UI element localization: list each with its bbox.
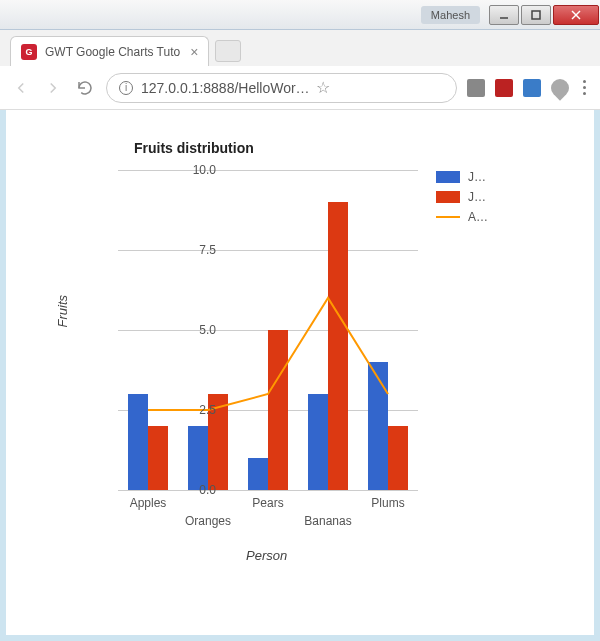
y-tick-label: 7.5 [199, 243, 216, 257]
bar[interactable] [368, 362, 388, 490]
chart: Fruits distribution Fruits Person 0.02.5… [46, 140, 526, 580]
legend-swatch-icon [436, 191, 460, 203]
tab-title: GWT Google Charts Tuto [45, 45, 180, 59]
legend-label: J… [468, 170, 486, 184]
legend-label: A… [468, 210, 488, 224]
legend-line-icon [436, 211, 460, 223]
reload-button[interactable] [74, 77, 96, 99]
back-button[interactable] [10, 77, 32, 99]
x-tick-label: Apples [113, 496, 183, 510]
address-bar: i 127.0.0.1:8888/HelloWor… ☆ [0, 66, 600, 110]
legend-item[interactable]: A… [436, 210, 516, 224]
extension-icon[interactable] [467, 79, 485, 97]
page-content: Fruits distribution Fruits Person 0.02.5… [6, 110, 594, 635]
y-axis-label: Fruits [55, 295, 70, 328]
legend-item[interactable]: J… [436, 190, 516, 204]
x-tick-label: Oranges [173, 514, 243, 528]
x-tick-label: Pears [233, 496, 303, 510]
forward-button[interactable] [42, 77, 64, 99]
y-tick-label: 0.0 [199, 483, 216, 497]
url-text: 127.0.0.1:8888/HelloWor… [141, 80, 310, 96]
x-tick-label: Plums [353, 496, 423, 510]
url-field[interactable]: i 127.0.0.1:8888/HelloWor… ☆ [106, 73, 457, 103]
maximize-button[interactable] [521, 5, 551, 25]
legend-swatch-icon [436, 171, 460, 183]
bar[interactable] [268, 330, 288, 490]
extension-icon[interactable] [495, 79, 513, 97]
bar[interactable] [308, 394, 328, 490]
bar[interactable] [188, 426, 208, 490]
gridline [118, 490, 418, 491]
x-axis-label: Person [246, 548, 287, 563]
legend: J…J…A… [436, 170, 516, 230]
plot-area [118, 170, 418, 490]
y-tick-label: 10.0 [193, 163, 216, 177]
favicon-icon: G [21, 44, 37, 60]
minimize-button[interactable] [489, 5, 519, 25]
gridline [118, 170, 418, 171]
svg-rect-1 [532, 11, 540, 19]
tab-close-icon[interactable]: × [190, 44, 198, 60]
bar[interactable] [328, 202, 348, 490]
gridline [118, 250, 418, 251]
site-info-icon[interactable]: i [119, 81, 133, 95]
browser-tab[interactable]: G GWT Google Charts Tuto × [10, 36, 209, 66]
bar[interactable] [148, 426, 168, 490]
chart-title: Fruits distribution [134, 140, 254, 156]
new-tab-button[interactable] [215, 40, 241, 62]
bookmark-star-icon[interactable]: ☆ [316, 78, 330, 97]
extension-icon[interactable] [523, 79, 541, 97]
y-tick-label: 5.0 [199, 323, 216, 337]
bar[interactable] [128, 394, 148, 490]
bar[interactable] [248, 458, 268, 490]
extension-icon[interactable] [547, 75, 572, 100]
window-titlebar: Mahesh [0, 0, 600, 30]
legend-label: J… [468, 190, 486, 204]
x-tick-label: Bananas [293, 514, 363, 528]
legend-item[interactable]: J… [436, 170, 516, 184]
user-badge: Mahesh [421, 6, 480, 24]
y-tick-label: 2.5 [199, 403, 216, 417]
close-button[interactable] [553, 5, 599, 25]
bar[interactable] [388, 426, 408, 490]
menu-button[interactable] [579, 80, 590, 95]
tab-bar: G GWT Google Charts Tuto × [0, 30, 600, 66]
